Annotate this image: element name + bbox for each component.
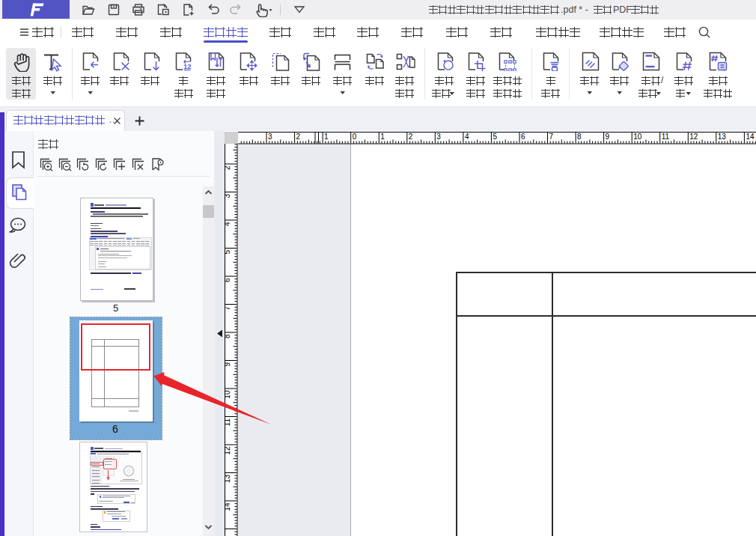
svg-text:3: 3 bbox=[268, 132, 272, 140]
svg-text:4: 4 bbox=[225, 222, 231, 226]
svg-text:1: 1 bbox=[324, 132, 329, 140]
svg-text:5: 5 bbox=[225, 250, 231, 255]
svg-text:4: 4 bbox=[464, 132, 469, 140]
svg-text:6: 6 bbox=[521, 132, 525, 140]
svg-text:11: 11 bbox=[661, 132, 669, 140]
svg-text:9: 9 bbox=[605, 132, 609, 140]
svg-text:13: 13 bbox=[225, 475, 231, 484]
svg-text:12: 12 bbox=[183, 62, 192, 70]
svg-text:8: 8 bbox=[225, 334, 231, 338]
svg-text:5: 5 bbox=[493, 132, 497, 140]
svg-text:8: 8 bbox=[577, 132, 582, 140]
svg-text:2: 2 bbox=[408, 132, 412, 140]
svg-text:1: 1 bbox=[380, 132, 385, 140]
svg-text:6: 6 bbox=[225, 278, 231, 282]
svg-text:3: 3 bbox=[436, 132, 441, 140]
svg-text:7: 7 bbox=[549, 132, 553, 140]
svg-text:12: 12 bbox=[689, 132, 698, 140]
svg-text:12: 12 bbox=[225, 446, 231, 455]
svg-text:14: 14 bbox=[225, 502, 231, 511]
svg-text:2: 2 bbox=[296, 132, 300, 140]
svg-text:13: 13 bbox=[717, 132, 726, 140]
svg-text:9: 9 bbox=[225, 362, 231, 367]
svg-text:2: 2 bbox=[225, 165, 231, 170]
svg-text:3: 3 bbox=[225, 194, 231, 198]
svg-text:0: 0 bbox=[352, 132, 356, 140]
svg-text:14: 14 bbox=[746, 132, 755, 140]
svg-text:7: 7 bbox=[225, 306, 231, 311]
svg-text:10: 10 bbox=[633, 132, 642, 140]
